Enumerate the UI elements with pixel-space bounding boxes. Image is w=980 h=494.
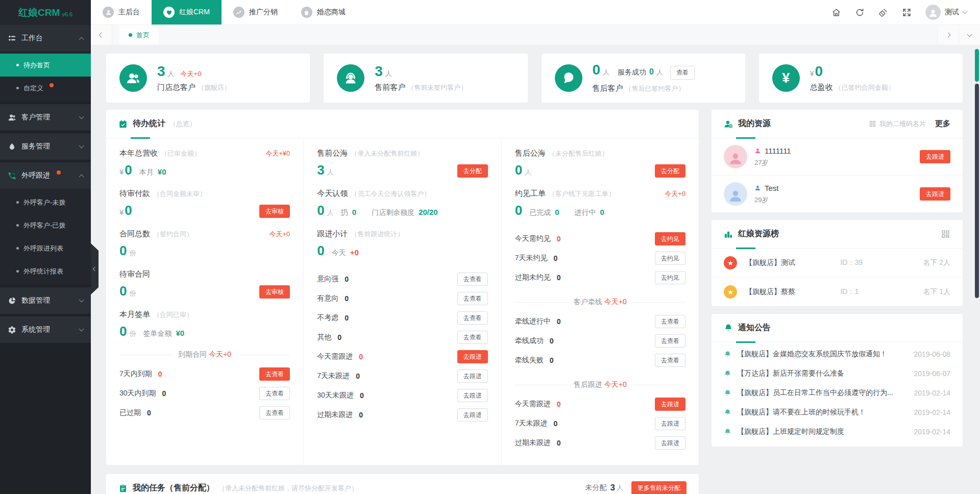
sidebar-item-phone[interactable]: 外呼跟进 xyxy=(0,162,91,189)
view-button[interactable]: 查看 xyxy=(670,66,695,79)
scrollbar-accent-thumb[interactable] xyxy=(975,49,979,82)
assign-button[interactable]: 去分配 xyxy=(655,164,685,178)
go-button[interactable]: 去跟进 xyxy=(457,389,488,402)
notices-header: 通知公告 xyxy=(712,314,963,342)
go-button[interactable]: 去查看 xyxy=(457,273,488,286)
chevron-up-icon xyxy=(79,37,84,42)
sidebar-nav: 工作台待办首页自定义客户管理服务管理外呼跟进外呼客户-未拨外呼客户-已拨外呼跟进… xyxy=(0,25,91,345)
stat-block-label: 待审付款 xyxy=(119,189,150,199)
active-tab-dot xyxy=(129,33,132,37)
item-value: 0 xyxy=(345,275,349,283)
clean-button[interactable] xyxy=(878,8,888,17)
topnav-tab-admin[interactable]: 主后台 xyxy=(91,0,152,24)
go-button[interactable]: 去查看 xyxy=(655,334,685,348)
go-button[interactable]: 去查看 xyxy=(259,387,290,400)
go-button[interactable]: 去约见 xyxy=(655,271,685,284)
calendar-check-icon xyxy=(118,119,128,129)
qr-code-icon xyxy=(941,229,950,239)
go-button[interactable]: 去约见 xyxy=(655,252,685,265)
ranking-row: ★【旗舰店】测试ID：39名下 2人 xyxy=(712,249,963,278)
item-value: 0 xyxy=(557,400,561,408)
value-extra: 门店剩余额度 xyxy=(372,208,414,217)
go-button[interactable]: 去跟进 xyxy=(655,436,685,450)
user-menu[interactable]: 测试 xyxy=(925,5,967,20)
fullscreen-button[interactable] xyxy=(902,8,912,17)
topnav-tab-label: 婚恋商城 xyxy=(317,8,346,17)
bullet-icon xyxy=(16,87,19,89)
sidebar-subitem[interactable]: 外呼客户-已拨 xyxy=(0,214,91,237)
follow-up-button[interactable]: 去跟进 xyxy=(920,187,950,201)
stat-block-header: 本月签单（合同已审） xyxy=(119,310,290,319)
sidebar-item-settings[interactable]: 系统管理 xyxy=(0,316,91,343)
divider-line xyxy=(633,385,685,385)
stat-block: 本年总营收（已审金额）今天+¥0¥0本月¥0 xyxy=(119,149,290,179)
stat-card-body: ¥0总盈收（已签约合同金额） xyxy=(810,64,895,92)
chevron-down-icon xyxy=(79,114,84,119)
go-button[interactable]: 去查看 xyxy=(259,406,290,419)
sidebar-subitem[interactable]: 自定义 xyxy=(0,77,91,100)
assign-button[interactable]: 去分配 xyxy=(457,164,488,178)
notice-item[interactable]: 【旗舰店】请不要在上班的时候玩手机！2019-02-14 xyxy=(712,403,963,422)
go-button[interactable]: 去跟进 xyxy=(655,398,685,411)
go-button[interactable]: 去跟进 xyxy=(457,408,488,422)
serviceface-icon xyxy=(561,71,576,85)
item-label: 已过期 xyxy=(119,408,141,417)
follow-up-button[interactable]: 去跟进 xyxy=(920,150,950,163)
review-button[interactable]: 去审核 xyxy=(259,205,290,218)
qr-card-link[interactable]: 我的二维码名片 xyxy=(869,119,926,129)
topnav-tab-label: 红娘CRM xyxy=(179,8,210,17)
notice-item[interactable]: 【旗舰店】员工在日常工作当中必须遵守的行为...2019-02-14 xyxy=(712,383,963,403)
refresh-button[interactable] xyxy=(855,8,865,17)
home-button[interactable] xyxy=(831,8,841,17)
sidebar-subitem[interactable]: 待办首页 xyxy=(0,54,91,77)
stat-value: 0 xyxy=(593,63,601,77)
sidebar-submenu: 待办首页自定义 xyxy=(0,52,91,102)
sidebar-subitem[interactable]: 外呼统计报表 xyxy=(0,260,91,283)
go-button[interactable]: 去查看 xyxy=(457,331,488,344)
sidebar-subitem[interactable]: 外呼客户-未拨 xyxy=(0,191,91,214)
chevron-up-icon xyxy=(79,174,84,179)
go-button[interactable]: 去跟进 xyxy=(457,369,488,383)
stat-card-1: 3人售前客户（售前未签约客户） xyxy=(324,54,527,103)
resources-more-link[interactable]: 更多 xyxy=(935,119,950,129)
go-button[interactable]: 去跟进 xyxy=(457,350,488,363)
sidebar-item-workbench[interactable]: 工作台 xyxy=(0,25,91,52)
notice-item[interactable]: 【万达店】新店开张需要什么准备2019-06-07 xyxy=(712,364,963,383)
ranking-name: 【旗舰店】测试 xyxy=(745,258,840,267)
tabbar-spacer xyxy=(159,25,937,45)
tab-menu-button[interactable] xyxy=(959,25,980,45)
sidebar-subitem[interactable]: 外呼跟进列表 xyxy=(0,237,91,260)
more-unassigned-button[interactable]: 更多售前未分配 xyxy=(631,481,687,494)
sidebar-item-data[interactable]: 数据管理 xyxy=(0,287,91,314)
promo-icon xyxy=(235,9,242,16)
scrollbar-thumb[interactable] xyxy=(975,84,979,298)
matchmaker-ranking-title: 红娘资源榜 xyxy=(738,229,779,239)
stat-card-body: 3人今天+0门店总客户（旗舰店） xyxy=(157,64,231,92)
ranking-qr-button[interactable] xyxy=(941,229,950,239)
stat-block-note: （员工今天公海认领客户） xyxy=(351,189,430,199)
go-button[interactable]: 去查看 xyxy=(457,292,488,305)
sidebar-collapse-handle[interactable] xyxy=(91,243,99,294)
sidebar-item-customer[interactable]: 客户管理 xyxy=(0,104,91,131)
go-button[interactable]: 去查看 xyxy=(259,367,290,381)
tab-home[interactable]: 首页 xyxy=(119,25,159,45)
topnav-tab-heart[interactable]: 红娘CRM xyxy=(152,0,222,24)
resource-info: 111111127岁 xyxy=(754,146,791,167)
go-button[interactable]: 去查看 xyxy=(457,311,488,325)
section-divider: 到期合同今天+0 xyxy=(119,350,290,359)
review-button[interactable]: 去审核 xyxy=(259,285,290,299)
go-button[interactable]: 去跟进 xyxy=(655,417,685,430)
sidebar-item-service[interactable]: 服务管理 xyxy=(0,133,91,160)
currency-prefix: ¥ xyxy=(119,208,124,216)
item-label: 过期未跟进 xyxy=(515,438,551,448)
go-button[interactable]: 去查看 xyxy=(655,315,685,328)
notice-item[interactable]: 【旗舰店】上班规定时间规定制度2019-02-14 xyxy=(712,422,963,441)
topnav-tab-promo[interactable]: 推广分销 xyxy=(222,0,289,24)
topnav-tab-mall[interactable]: 婚恋商城 xyxy=(289,0,357,24)
notice-item[interactable]: 【旗舰店】金媒婚恋交友系统国庆节放假通知！2019-06-08 xyxy=(712,344,963,364)
go-button[interactable]: 去约见 xyxy=(655,232,685,245)
tab-scroll-left-button[interactable] xyxy=(91,25,112,45)
tab-scroll-right-button[interactable] xyxy=(937,25,959,45)
person-icon xyxy=(728,188,743,204)
go-button[interactable]: 去查看 xyxy=(655,354,685,367)
